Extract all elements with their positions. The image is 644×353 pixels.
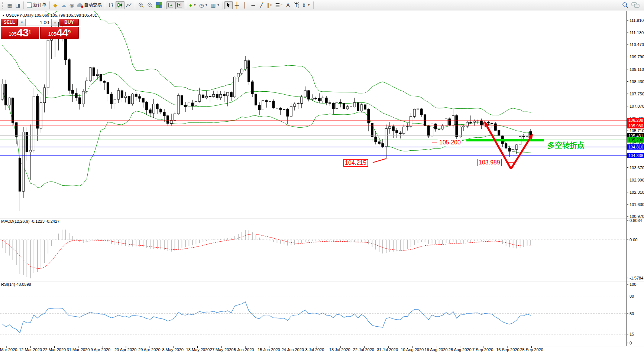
price-badge: 105.980	[627, 123, 644, 128]
price-annotation-104215[interactable]: 104.215	[343, 159, 368, 167]
macd-tick-label: -1.5784	[630, 276, 643, 280]
zoom-in-button[interactable]	[137, 1, 146, 9]
price-tick-label: 103.670	[630, 166, 644, 170]
periods-button[interactable]: ◷▼	[198, 1, 209, 9]
auto-scroll-button[interactable]	[166, 1, 175, 9]
chart-window[interactable]: ▲ USDJPY-,Daily 105.669 105.796 105.398 …	[0, 11, 644, 353]
date-tick-label: 22 Mar 2020	[43, 347, 66, 352]
signal-icon: ◉	[69, 3, 74, 8]
chevron-down-icon: ▼	[217, 3, 220, 7]
candlestick-chart-button[interactable]	[116, 1, 124, 9]
date-tick-label: 31 Jul 2020	[377, 347, 398, 352]
toolbar-right	[622, 2, 643, 8]
price-tick-label: 107.750	[630, 92, 644, 96]
price-tick-label: 109.790	[630, 55, 644, 59]
rsi-tick-label: 15	[630, 332, 634, 336]
buy-price-button[interactable]: 105 44 9	[40, 27, 79, 39]
price-badge: 104.810	[627, 144, 644, 150]
rsi-tick-label: 50	[630, 311, 634, 316]
indicators-button[interactable]: +▼	[188, 1, 198, 9]
sell-price-pip: 1	[28, 27, 31, 37]
profiles-icon: ◨	[15, 3, 20, 8]
date-tick-label: 10 Aug 2020	[401, 347, 424, 352]
date-tick-label: 13 Jul 2020	[329, 347, 350, 352]
volume-down-button[interactable]: ▼	[19, 19, 25, 26]
price-annotation-103989[interactable]: 103.989	[477, 159, 502, 166]
date-tick-label: 22 Jul 2020	[353, 347, 374, 352]
auto-scroll-icon	[168, 2, 174, 8]
signals-button[interactable]: ◉	[68, 1, 76, 9]
separator	[105, 1, 105, 9]
templates-button[interactable]: ▥▼	[209, 1, 221, 9]
chat-icon[interactable]	[631, 2, 640, 8]
mql-diamond-icon: ◆	[54, 3, 58, 8]
text-tool-button[interactable]: A	[284, 1, 292, 9]
zoom-out-button[interactable]	[146, 1, 155, 9]
date-tick-label: Mar 2020	[0, 347, 17, 352]
date-tick-label: 25 Sep 2020	[520, 347, 543, 352]
date-tick-label: 7 Sep 2020	[472, 347, 493, 352]
buy-price-pip: 9	[68, 27, 71, 37]
date-tick-label: 16 Sep 2020	[496, 347, 519, 352]
crosshair-tool-button[interactable]: ┼	[233, 1, 241, 9]
sell-button[interactable]: SELL	[1, 19, 18, 26]
new-order-button[interactable]: 新订单	[25, 1, 48, 9]
profiles-button[interactable]: ◨	[14, 1, 22, 9]
macd-tick-label: 0.00	[630, 238, 637, 242]
vertical-line-icon: │	[243, 3, 247, 8]
chevron-down-icon: ▼	[205, 3, 208, 7]
autotrading-button[interactable]: 自动交易	[76, 1, 103, 9]
horizontal-line-tool-button[interactable]: ─	[249, 1, 257, 9]
search-icon[interactable]	[622, 2, 628, 8]
date-tick-label: 12 Mar 2020	[19, 347, 42, 352]
vertical-line-tool-button[interactable]: │	[241, 1, 249, 9]
price-badge: 106.288	[627, 118, 644, 123]
toolbar-grip	[2, 2, 4, 9]
line-chart-icon	[126, 2, 132, 8]
chart-shift-button[interactable]	[175, 1, 184, 9]
chart-title: USDJPY-,Daily 105.669 105.796 105.398 10…	[6, 13, 97, 17]
price-annotation-105200[interactable]: 105.200	[438, 139, 462, 146]
date-tick-label: 15 Jun 2020	[258, 347, 280, 352]
separator	[223, 1, 223, 9]
one-click-collapse-icon[interactable]: ▲	[2, 14, 5, 17]
price-tick-label: 105.710	[630, 128, 644, 133]
buy-button[interactable]: BUY	[59, 19, 79, 26]
price-tick-label: 110.470	[630, 42, 644, 47]
ohlc-readout: 105.669 105.796 105.398 105.431	[35, 13, 97, 17]
sell-price-handle: 105	[9, 30, 17, 38]
line-chart-button[interactable]	[124, 1, 133, 9]
channel-tool-button[interactable]: ∥E	[265, 1, 274, 9]
cursor-tool-button[interactable]	[224, 1, 233, 9]
volume-input[interactable]: 1.00	[25, 19, 52, 26]
bar-chart-button[interactable]	[107, 1, 116, 9]
label-tool-button[interactable]: T	[292, 1, 300, 9]
arrows-tool-button[interactable]: ⇕▼	[300, 1, 312, 9]
sell-price-button[interactable]: 105 43 1	[1, 27, 39, 39]
price-tick-label: 102.990	[630, 178, 644, 182]
trendline-tool-button[interactable]: ╱	[257, 1, 265, 9]
candlestick-plot[interactable]	[0, 11, 644, 353]
date-tick-label: 18 May 2020	[186, 347, 210, 352]
price-tick-label: 101.630	[630, 202, 644, 207]
bar-chart-icon	[108, 2, 114, 8]
chevron-down-icon: ▼	[307, 3, 310, 7]
new-chart-button[interactable]: ▦	[6, 1, 14, 9]
turning-point-note[interactable]: 多空转折点	[547, 140, 585, 150]
date-tick-label: 24 Jun 2020	[281, 347, 304, 352]
person-cloud-icon: ☁	[61, 3, 66, 8]
autotrading-label: 自动交易	[84, 2, 102, 8]
tile-windows-button[interactable]	[155, 1, 163, 9]
tile-windows-icon	[156, 2, 162, 8]
fibonacci-icon: ☰	[275, 3, 280, 8]
separator	[49, 1, 50, 9]
volume-up-button[interactable]: ▲	[52, 19, 58, 26]
macd-tick-label: 0.8034	[630, 218, 642, 223]
rsi-label: RSI(14) 48.0598	[1, 282, 31, 287]
price-tick-label: 102.310	[630, 190, 644, 195]
market-button[interactable]: ☁	[59, 1, 68, 9]
fibonacci-tool-button[interactable]: ☰F	[274, 1, 284, 9]
toolbar: ▦ ◨ 新订单 ◆ ☁ ◉ 自动交易	[0, 0, 644, 10]
price-tick-label: 107.070	[630, 104, 644, 108]
metaeditor-button[interactable]: ◆	[51, 1, 59, 9]
